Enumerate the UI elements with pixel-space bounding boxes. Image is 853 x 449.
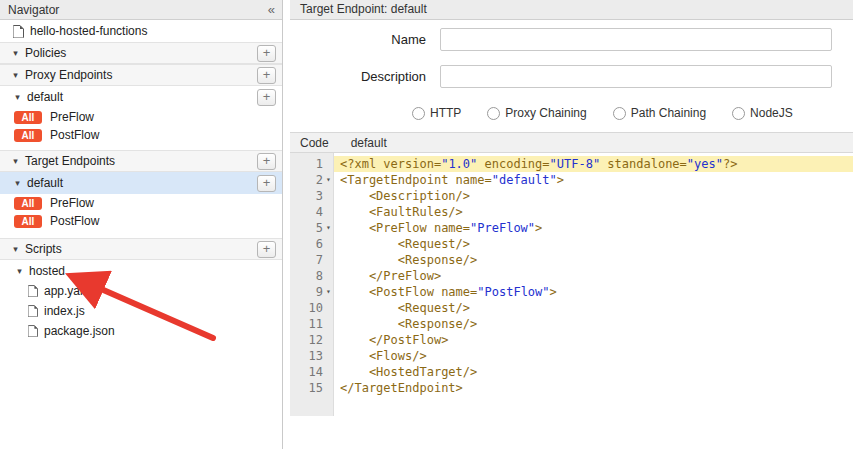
section-label: Scripts bbox=[25, 242, 62, 256]
add-target-endpoint-button[interactable]: + bbox=[257, 153, 276, 170]
navigator-title: Navigator bbox=[8, 3, 59, 17]
line-number[interactable]: 14 bbox=[290, 364, 334, 380]
line-number[interactable]: 7 bbox=[290, 252, 334, 268]
collapse-panel-icon[interactable]: « bbox=[268, 2, 274, 17]
code-line[interactable]: 3 <Description/> bbox=[290, 188, 853, 204]
radio-proxy-chaining[interactable]: Proxy Chaining bbox=[487, 106, 586, 120]
section-label: Target Endpoints bbox=[25, 154, 115, 168]
code-line[interactable]: 6 <Request/> bbox=[290, 236, 853, 252]
condition-badge: All bbox=[14, 197, 42, 210]
disclosure-icon[interactable]: ▾ bbox=[10, 48, 21, 58]
radio-nodejs[interactable]: NodeJS bbox=[732, 106, 793, 120]
tree-item-proxy-postflow[interactable]: All PostFlow bbox=[0, 126, 282, 144]
code-line[interactable]: 8 </PreFlow> bbox=[290, 268, 853, 284]
name-input[interactable] bbox=[440, 28, 832, 51]
section-label: Policies bbox=[25, 46, 66, 60]
add-policy-button[interactable]: + bbox=[257, 45, 276, 62]
line-number[interactable]: 9▾ bbox=[290, 284, 334, 300]
tab-file-name[interactable]: default bbox=[351, 136, 387, 150]
code-line[interactable]: 14 <HostedTarget/> bbox=[290, 364, 853, 380]
code-line-text: <Request/> bbox=[334, 300, 853, 316]
code-line[interactable]: 12 </PostFlow> bbox=[290, 332, 853, 348]
tree-item-proxy-default[interactable]: ▾ default + bbox=[0, 86, 282, 108]
code-line-text: </PostFlow> bbox=[334, 332, 853, 348]
line-number[interactable]: 10 bbox=[290, 300, 334, 316]
code-line-text: <PostFlow name="PostFlow"> bbox=[334, 284, 853, 300]
radio-path-chaining[interactable]: Path Chaining bbox=[613, 106, 706, 120]
tree-item-proxy-preflow[interactable]: All PreFlow bbox=[0, 108, 282, 126]
fold-marker-icon bbox=[323, 348, 334, 364]
code-line-text: <FaultRules/> bbox=[334, 204, 853, 220]
section-policies[interactable]: ▾ Policies + bbox=[0, 42, 282, 64]
fold-marker-icon bbox=[323, 380, 334, 396]
code-line[interactable]: 15</TargetEndpoint> bbox=[290, 380, 853, 396]
disclosure-icon[interactable]: ▾ bbox=[14, 266, 25, 276]
tree-item-hosted-folder[interactable]: ▾ hosted bbox=[0, 260, 282, 281]
code-editor[interactable]: 1<?xml version="1.0" encoding="UTF-8" st… bbox=[290, 153, 853, 416]
add-proxy-endpoint-button[interactable]: + bbox=[257, 67, 276, 84]
code-line[interactable]: 4 <FaultRules/> bbox=[290, 204, 853, 220]
tree-item-file-app-yaml[interactable]: app.yaml bbox=[0, 281, 282, 301]
radio-http[interactable]: HTTP bbox=[412, 106, 461, 120]
radio-label: Path Chaining bbox=[631, 106, 706, 120]
fold-marker-icon bbox=[323, 300, 334, 316]
description-input[interactable] bbox=[440, 65, 832, 88]
code-line-text: <PreFlow name="PreFlow"> bbox=[334, 220, 853, 236]
line-number[interactable]: 2▾ bbox=[290, 172, 334, 188]
code-line[interactable]: 13 <Flows/> bbox=[290, 348, 853, 364]
disclosure-icon[interactable]: ▾ bbox=[12, 178, 23, 188]
code-line[interactable]: 10 <Request/> bbox=[290, 300, 853, 316]
tree-item-file-package-json[interactable]: package.json bbox=[0, 321, 282, 341]
code-line-text: <TargetEndpoint name="default"> bbox=[334, 172, 853, 188]
detail-title: Target Endpoint: default bbox=[300, 2, 427, 16]
line-number[interactable]: 3 bbox=[290, 188, 334, 204]
code-line[interactable]: 5▾ <PreFlow name="PreFlow"> bbox=[290, 220, 853, 236]
line-number[interactable]: 1 bbox=[290, 156, 334, 172]
line-number[interactable]: 11 bbox=[290, 316, 334, 332]
tree-item-bundle[interactable]: hello-hosted-functions bbox=[0, 20, 282, 42]
line-number[interactable]: 13 bbox=[290, 348, 334, 364]
disclosure-icon[interactable]: ▾ bbox=[12, 92, 23, 102]
disclosure-icon[interactable]: ▾ bbox=[10, 156, 21, 166]
section-scripts[interactable]: ▾ Scripts + bbox=[0, 238, 282, 260]
add-flow-button[interactable]: + bbox=[257, 175, 276, 192]
code-lines: 1<?xml version="1.0" encoding="UTF-8" st… bbox=[290, 153, 853, 396]
target-type-radios: HTTP Proxy Chaining Path Chaining NodeJS bbox=[290, 106, 853, 120]
tree-item-target-preflow[interactable]: All PreFlow bbox=[0, 194, 282, 212]
section-proxy-endpoints[interactable]: ▾ Proxy Endpoints + bbox=[0, 64, 282, 86]
fold-marker-icon bbox=[323, 316, 334, 332]
line-number[interactable]: 15 bbox=[290, 380, 334, 396]
fold-marker-icon[interactable]: ▾ bbox=[323, 284, 334, 300]
tree-item-file-index-js[interactable]: index.js bbox=[0, 301, 282, 321]
add-script-button[interactable]: + bbox=[257, 241, 276, 258]
code-line[interactable]: 9▾ <PostFlow name="PostFlow"> bbox=[290, 284, 853, 300]
add-flow-button[interactable]: + bbox=[257, 89, 276, 106]
line-number[interactable]: 5▾ bbox=[290, 220, 334, 236]
disclosure-icon[interactable]: ▾ bbox=[10, 70, 21, 80]
tree-item-target-default[interactable]: ▾ default + bbox=[0, 172, 282, 194]
code-line-text: <Request/> bbox=[334, 236, 853, 252]
disclosure-icon[interactable]: ▾ bbox=[10, 244, 21, 254]
fold-marker-icon[interactable]: ▾ bbox=[323, 220, 334, 236]
tab-code[interactable]: Code bbox=[300, 136, 329, 150]
section-target-endpoints[interactable]: ▾ Target Endpoints + bbox=[0, 150, 282, 172]
radio-label: Proxy Chaining bbox=[505, 106, 586, 120]
fold-marker-icon bbox=[323, 252, 334, 268]
radio-circle-icon bbox=[412, 107, 425, 120]
fold-marker-icon bbox=[323, 236, 334, 252]
code-line[interactable]: 11 <Response/> bbox=[290, 316, 853, 332]
name-label: Name bbox=[290, 32, 440, 47]
code-line[interactable]: 7 <Response/> bbox=[290, 252, 853, 268]
fold-marker-icon[interactable]: ▾ bbox=[323, 172, 334, 188]
code-line[interactable]: 2▾<TargetEndpoint name="default"> bbox=[290, 172, 853, 188]
line-number[interactable]: 6 bbox=[290, 236, 334, 252]
file-icon bbox=[28, 305, 38, 317]
code-line-text: <Flows/> bbox=[334, 348, 853, 364]
code-line[interactable]: 1<?xml version="1.0" encoding="UTF-8" st… bbox=[290, 156, 853, 172]
line-number[interactable]: 8 bbox=[290, 268, 334, 284]
fold-marker-icon bbox=[323, 188, 334, 204]
line-number[interactable]: 4 bbox=[290, 204, 334, 220]
tree-item-target-postflow[interactable]: All PostFlow bbox=[0, 212, 282, 230]
line-number[interactable]: 12 bbox=[290, 332, 334, 348]
file-label: app.yaml bbox=[44, 284, 93, 298]
